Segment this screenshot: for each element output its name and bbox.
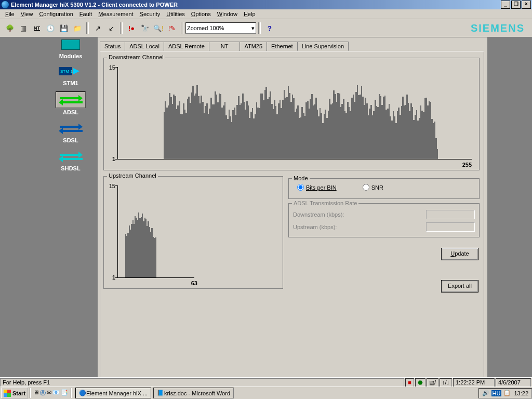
module-stm1-label: STM1 [44,80,98,86]
menu-utilities[interactable]: Utilities [163,10,188,18]
menu-window[interactable]: Window [214,10,241,18]
taskbar: Start 🖥 ⓔ ✉ 📧 📑 🔵 Element Manager hiX ..… [0,387,532,399]
maximize-button[interactable]: ❐ [511,1,521,9]
chip-icon [61,39,80,50]
mode-bits-label: Bits per BIN [306,184,337,191]
mode-snr-radio[interactable] [363,184,369,191]
ql-ie-icon[interactable]: ⓔ [40,389,46,397]
minimize-button[interactable]: _ [501,1,510,9]
taskbar-app-element-manager[interactable]: 🔵 Element Manager hiX ... [75,388,151,398]
menu-security[interactable]: Security [137,10,164,18]
upstream-chart: 15 1 63 [117,185,194,278]
rate-down-field [426,210,475,219]
zoom-select[interactable]: Zoomed 100%▾ [185,22,256,34]
app-statusbar: For Help, press F1 ■ ⬣ ▧/ ↑/↓ 1:22:22 PM… [0,377,532,387]
module-sdsl[interactable] [56,121,85,136]
downstream-title: Downstream Channel [107,54,165,60]
mode-group: Mode Bits per BIN SNR [288,178,480,199]
arrow-out-icon[interactable]: ↗ [91,22,104,34]
svg-marker-7 [60,152,83,158]
upstream-group: Upstream Channel 15 1 63 [103,176,283,289]
menu-view[interactable]: View [18,10,36,18]
menu-measurement[interactable]: Measurement [95,10,136,18]
ql-outlook-icon[interactable]: ✉ [47,389,51,397]
rate-title: ADSL Transmission Rate [292,200,358,206]
disk-icon[interactable]: 💾 [58,22,70,34]
nt-icon[interactable]: NT [31,22,43,34]
svg-marker-5 [60,124,83,130]
module-panel: Modules STM-1 STM1 ADSL SDSL SHDSL [44,37,98,381]
help-icon[interactable]: ? [263,22,276,34]
status-time: 1:22:22 PM [453,378,495,387]
quicklaunch: 🖥 ⓔ ✉ 📧 📑 [32,389,69,397]
menu-help[interactable]: Help [241,10,259,18]
menu-fault[interactable]: Fault [76,10,95,18]
svg-marker-2 [73,68,79,74]
menu-bar: File View Configuration Fault Measuremen… [0,9,532,19]
window-title: Element Manager hiX 5300 V1.2 - Client c… [11,2,178,8]
rate-up-label: Upstream (kbps): [293,224,426,230]
tab-panel: Downstream Channel 15 1 255 Upstream Cha… [100,51,484,378]
app-icon [1,1,9,9]
export-button[interactable]: Export all [441,280,478,292]
upstream-title: Upstream Channel [107,172,158,179]
status-led-green: ⬣ [415,378,425,387]
tray-sched-icon[interactable]: 📋 [503,390,511,396]
toolbar: 🌳 ▥ NT 🕓 💾 📁 ↗ ↙ !● 🔭 🔍! !✎ Zoomed 100%▾… [0,19,532,37]
start-button[interactable]: Start [1,388,28,398]
tray-sound-icon[interactable]: 🔊 [482,390,489,396]
tab-nt[interactable]: NT [209,42,241,51]
tab-adsl-remote[interactable]: ADSL Remote [164,42,209,51]
mode-bits-radio[interactable] [297,184,304,191]
content-area: Status ADSL Local ADSL Remote NT ATM25 E… [98,37,487,381]
rate-group: ADSL Transmission Rate Downstream (kbps)… [288,203,480,237]
tab-status[interactable]: Status [100,42,125,51]
tree-icon[interactable]: 🌳 [4,22,16,34]
taskbar-app-word[interactable]: 📘 krisz.doc - Microsoft Word [153,388,234,398]
status-updown-icon: ↑/↓ [440,378,452,387]
rate-down-label: Downstream (kbps): [293,211,426,218]
menu-configuration[interactable]: Configuration [36,10,76,18]
arrow-in-icon[interactable]: ↙ [105,22,117,34]
ql-desktop-icon[interactable]: 🖥 [33,389,39,397]
status-net-icon: ▧/ [427,378,438,387]
module-stm1[interactable]: STM-1 [56,63,85,79]
menu-file[interactable]: File [2,10,18,18]
tab-strip: Status ADSL Local ADSL Remote NT ATM25 E… [100,42,348,51]
folder-icon[interactable]: 📁 [71,22,84,34]
status-led-red: ■ [405,378,414,387]
mode-snr-label: SNR [371,184,383,191]
tab-adsl-local[interactable]: ADSL Local [125,42,164,51]
clock-icon[interactable]: 🕓 [44,22,57,34]
menu-options[interactable]: Options [188,10,214,18]
windows-icon [4,390,11,397]
tab-ethernet[interactable]: Ethernet [267,42,298,51]
status-date: 4/6/2007 [496,378,531,387]
brand-logo: SIEMENS [471,22,529,34]
alert-red-icon[interactable]: !● [125,22,138,34]
bars-icon[interactable]: ▥ [17,22,30,34]
search-icon[interactable]: 🔍! [152,22,165,34]
tray-lang[interactable]: HU [491,390,502,396]
rate-up-field [426,222,475,232]
ql-mail-icon[interactable]: 📧 [52,389,60,397]
module-sdsl-label: SDSL [44,137,98,143]
tray-clock: 13:22 [514,390,528,396]
downstream-group: Downstream Channel 15 1 255 [103,58,480,170]
tab-atm25[interactable]: ATM25 [240,42,267,51]
close-button[interactable]: × [522,1,531,9]
update-button[interactable]: Update [441,248,478,260]
window-titlebar: Element Manager hiX 5300 V1.2 - Client c… [0,0,532,9]
tab-line-supervision[interactable]: Line Supervision [297,42,349,51]
left-gutter [0,37,44,381]
binoculars-icon[interactable]: 🔭 [139,22,151,34]
module-shdsl-label: SHDSL [44,165,98,171]
module-shdsl[interactable] [56,149,85,164]
svg-text:STM-1: STM-1 [60,69,73,74]
downstream-chart: 15 1 255 [117,67,472,159]
ql-docs-icon[interactable]: 📑 [61,389,68,397]
pencil-alert-icon[interactable]: !✎ [166,22,178,34]
system-tray[interactable]: 🔊 HU 📋 13:22 [478,388,532,398]
status-help: For Help, press F1 [0,378,404,387]
module-adsl[interactable] [56,91,86,108]
